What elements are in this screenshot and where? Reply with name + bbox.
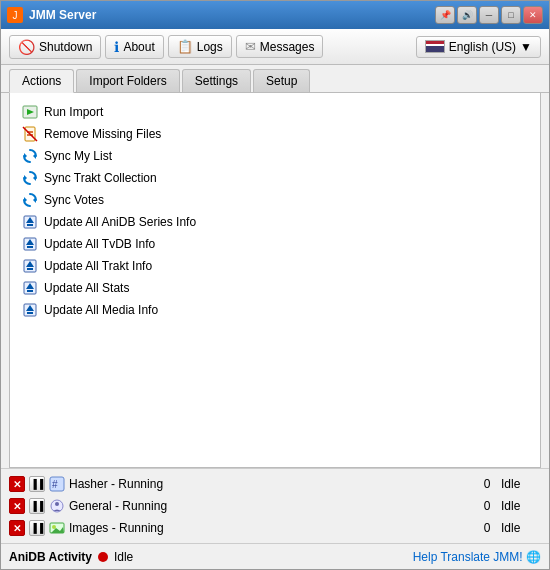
main-content-area: Run Import Remove Missing Files [9, 93, 541, 468]
action-update-trakt[interactable]: Update All Trakt Info [14, 255, 536, 277]
status-indicator [98, 552, 108, 562]
svg-rect-23 [27, 290, 33, 292]
maximize-button[interactable]: □ [501, 6, 521, 24]
svg-marker-10 [33, 197, 36, 203]
shutdown-icon: 🚫 [18, 39, 35, 55]
action-update-anidb[interactable]: Update All AniDB Series Info [14, 211, 536, 233]
statusbar: AniDB Activity Idle Help Translate JMM! … [1, 543, 549, 569]
app-icon: J [7, 7, 23, 23]
svg-marker-7 [24, 153, 27, 159]
worker-row-images: ✕ ▐▐ Images - Running 0 Idle [9, 517, 541, 539]
general-status: Idle [501, 499, 541, 513]
messages-button[interactable]: ✉ Messages [236, 35, 324, 58]
hasher-icon: # [49, 476, 65, 492]
hasher-name: Hasher - Running [69, 477, 473, 491]
action-run-import[interactable]: Run Import [14, 101, 536, 123]
minimize-button[interactable]: ─ [479, 6, 499, 24]
remove-missing-icon [22, 126, 38, 142]
general-name: General - Running [69, 499, 473, 513]
images-count: 0 [477, 521, 497, 535]
messages-icon: ✉ [245, 39, 256, 54]
general-count: 0 [477, 499, 497, 513]
sync-my-list-icon [22, 148, 38, 164]
general-stop-button[interactable]: ✕ [9, 498, 25, 514]
hasher-pause-button[interactable]: ▐▐ [29, 476, 45, 492]
svg-marker-9 [24, 175, 27, 181]
main-window: J JMM Server 📌 🔊 ─ □ ✕ 🚫 Shutdown [0, 0, 550, 570]
language-button[interactable]: English (US) ▼ [416, 36, 541, 58]
general-icon [49, 498, 65, 514]
worker-row-hasher: ✕ ▐▐ # Hasher - Running 0 Idle [9, 473, 541, 495]
messages-label: Messages [260, 40, 315, 54]
close-button[interactable]: ✕ [523, 6, 543, 24]
tab-settings[interactable]: Settings [182, 69, 251, 92]
titlebar: J JMM Server 📌 🔊 ─ □ ✕ [1, 1, 549, 29]
images-stop-button[interactable]: ✕ [9, 520, 25, 536]
images-icon [49, 520, 65, 536]
worker-row-general: ✕ ▐▐ General - Running 0 Idle [9, 495, 541, 517]
flag-icon [425, 40, 445, 53]
svg-rect-26 [27, 312, 33, 314]
svg-marker-11 [24, 197, 27, 203]
window-title: JMM Server [29, 8, 435, 22]
svg-marker-6 [33, 153, 36, 159]
tab-bar: Actions Import Folders Settings Setup [1, 65, 549, 93]
general-pause-button[interactable]: ▐▐ [29, 498, 45, 514]
update-anidb-icon [22, 214, 38, 230]
svg-rect-17 [27, 246, 33, 248]
update-tvdb-icon [22, 236, 38, 252]
action-update-tvdb[interactable]: Update All TvDB Info [14, 233, 536, 255]
logs-icon: 📋 [177, 39, 193, 54]
images-name: Images - Running [69, 521, 473, 535]
tab-setup[interactable]: Setup [253, 69, 310, 92]
action-remove-missing[interactable]: Remove Missing Files [14, 123, 536, 145]
hasher-count: 0 [477, 477, 497, 491]
logs-button[interactable]: 📋 Logs [168, 35, 232, 58]
language-label: English (US) [449, 40, 516, 54]
svg-marker-8 [33, 175, 36, 181]
shutdown-label: Shutdown [39, 40, 92, 54]
action-update-media[interactable]: Update All Media Info [14, 299, 536, 321]
action-update-stats[interactable]: Update All Stats [14, 277, 536, 299]
hasher-status: Idle [501, 477, 541, 491]
update-media-icon [22, 302, 38, 318]
update-trakt-icon [22, 258, 38, 274]
worker-area: ✕ ▐▐ # Hasher - Running 0 Idle ✕ ▐▐ [1, 468, 549, 543]
logs-label: Logs [197, 40, 223, 54]
svg-rect-14 [27, 224, 33, 226]
sync-votes-icon [22, 192, 38, 208]
speaker-button[interactable]: 🔊 [457, 6, 477, 24]
svg-rect-20 [27, 268, 33, 270]
run-import-icon [22, 104, 38, 120]
update-stats-icon [22, 280, 38, 296]
anidb-activity-label: AniDB Activity [9, 550, 92, 564]
tab-import-folders[interactable]: Import Folders [76, 69, 179, 92]
about-label: About [123, 40, 154, 54]
images-status: Idle [501, 521, 541, 535]
status-text: Idle [114, 550, 133, 564]
images-pause-button[interactable]: ▐▐ [29, 520, 45, 536]
action-sync-my-list[interactable]: Sync My List [14, 145, 536, 167]
tab-actions[interactable]: Actions [9, 69, 74, 93]
svg-point-30 [55, 502, 59, 506]
action-sync-votes[interactable]: Sync Votes [14, 189, 536, 211]
pin-button[interactable]: 📌 [435, 6, 455, 24]
about-button[interactable]: ℹ About [105, 35, 163, 59]
dropdown-arrow-icon: ▼ [520, 40, 532, 54]
action-sync-trakt[interactable]: Sync Trakt Collection [14, 167, 536, 189]
window-controls: 📌 🔊 ─ □ ✕ [435, 6, 543, 24]
svg-point-32 [52, 525, 56, 529]
shutdown-button[interactable]: 🚫 Shutdown [9, 35, 101, 59]
about-icon: ℹ [114, 39, 119, 55]
help-translate-link[interactable]: Help Translate JMM! 🌐 [413, 550, 541, 564]
sync-trakt-icon [22, 170, 38, 186]
toolbar: 🚫 Shutdown ℹ About 📋 Logs ✉ Messages Eng… [1, 29, 549, 65]
hasher-stop-button[interactable]: ✕ [9, 476, 25, 492]
svg-text:#: # [52, 479, 58, 490]
